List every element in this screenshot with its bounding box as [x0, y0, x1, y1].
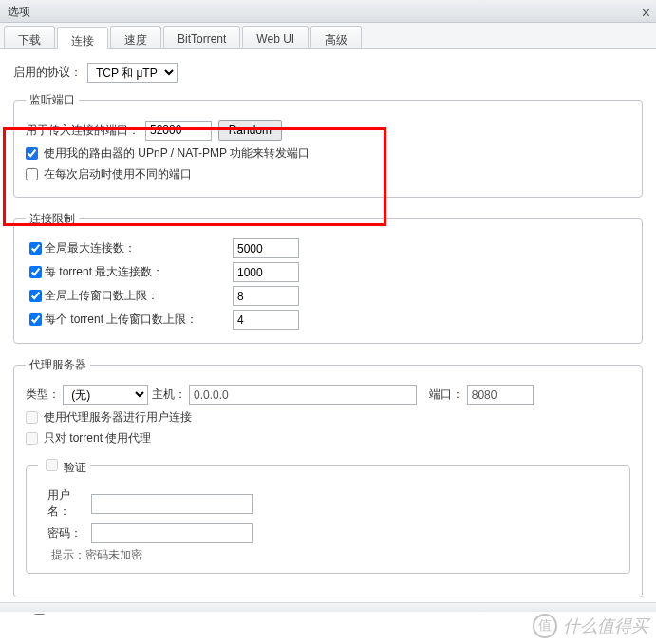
protocol-label: 启用的协议：: [13, 65, 82, 81]
proxy-auth-legend-label: 验证: [64, 461, 86, 474]
proxy-peer-checkbox[interactable]: [26, 411, 38, 424]
listen-port-legend: 监听端口: [26, 92, 79, 108]
bottom-bar: [0, 602, 656, 612]
proxy-port-input[interactable]: [467, 385, 534, 405]
per-torrent-max-conn-input[interactable]: [233, 262, 299, 282]
window-title: 选项: [8, 5, 30, 18]
proxy-legend: 代理服务器: [26, 357, 90, 373]
upnp-label: 使用我的路由器的 UPnP / NAT-PMP 功能来转发端口: [44, 145, 309, 161]
watermark: 值 什么值得买: [533, 614, 648, 638]
proxy-auth-group: 验证 用户名： 密码： 提示：密码未加密: [26, 456, 630, 574]
incoming-port-input[interactable]: [145, 121, 212, 141]
proxy-user-label: 用户名：: [47, 487, 91, 520]
tab-bittorrent[interactable]: BitTorrent: [163, 26, 240, 48]
global-max-conn-input[interactable]: [233, 238, 299, 258]
tab-advanced[interactable]: 高级: [310, 26, 362, 48]
per-torrent-upload-slots-label: 每个 torrent 上传窗口数上限：: [45, 312, 225, 328]
global-upload-slots-checkbox[interactable]: [29, 290, 42, 302]
listen-port-group: 监听端口 用于传入连接的端口： Random 使用我的路由器的 UPnP / N…: [13, 92, 643, 198]
proxy-port-label: 端口：: [429, 387, 463, 403]
proxy-type-select[interactable]: (无): [63, 385, 148, 405]
random-on-start-label: 在每次启动时使用不同的端口: [44, 166, 192, 182]
proxy-peer-label: 使用代理服务器进行用户连接: [44, 409, 192, 426]
tab-download[interactable]: 下载: [4, 26, 55, 48]
proxy-auth-legend: 验证: [38, 456, 90, 476]
window-titlebar: 选项 ×: [0, 0, 656, 23]
per-torrent-max-conn-checkbox[interactable]: [29, 266, 42, 278]
global-upload-slots-input[interactable]: [233, 286, 299, 306]
per-torrent-upload-slots-checkbox[interactable]: [29, 313, 42, 326]
proxy-type-label: 类型：: [26, 387, 60, 403]
random-port-button[interactable]: Random: [218, 120, 282, 141]
tab-connection[interactable]: 连接: [57, 27, 108, 49]
ip-filter-checkbox[interactable]: [33, 614, 46, 615]
proxy-auth-checkbox[interactable]: [46, 459, 58, 471]
proxy-user-input[interactable]: [91, 494, 253, 514]
protocol-select[interactable]: TCP 和 μTP: [87, 63, 178, 83]
proxy-host-input[interactable]: [189, 385, 417, 405]
incoming-port-label: 用于传入连接的端口：: [26, 123, 140, 139]
per-torrent-max-conn-label: 每 torrent 最大连接数：: [45, 264, 225, 280]
close-icon[interactable]: ×: [642, 2, 650, 25]
proxy-pass-label: 密码：: [47, 525, 91, 541]
random-on-start-checkbox[interactable]: [26, 168, 38, 180]
watermark-text: 什么值得买: [563, 615, 648, 637]
proxy-only-torrent-checkbox[interactable]: [26, 432, 38, 445]
proxy-pass-input[interactable]: [91, 523, 253, 543]
content-pane: 启用的协议： TCP 和 μTP 监听端口 用于传入连接的端口： Random …: [0, 49, 656, 615]
proxy-only-torrent-label: 只对 torrent 使用代理: [44, 430, 151, 446]
connection-limits-group: 连接限制 全局最大连接数： 每 torrent 最大连接数： 全局上传窗口数上限…: [13, 211, 643, 344]
upnp-checkbox[interactable]: [26, 147, 38, 160]
global-max-conn-checkbox[interactable]: [29, 242, 42, 255]
per-torrent-upload-slots-input[interactable]: [233, 310, 299, 330]
connection-limits-legend: 连接限制: [26, 211, 79, 227]
global-max-conn-label: 全局最大连接数：: [45, 240, 225, 256]
tab-bar: 下载 连接 速度 BitTorrent Web UI 高级: [0, 23, 656, 49]
proxy-host-label: 主机：: [152, 387, 186, 403]
global-upload-slots-label: 全局上传窗口数上限：: [45, 288, 225, 304]
tab-speed[interactable]: 速度: [110, 26, 161, 48]
tab-webui[interactable]: Web UI: [242, 26, 309, 48]
watermark-icon: 值: [533, 614, 557, 638]
proxy-pass-hint: 提示：密码未加密: [51, 547, 618, 563]
proxy-group: 代理服务器 类型： (无) 主机： 端口： 使用代理服务器进行用户连接 只对 t…: [13, 357, 643, 597]
